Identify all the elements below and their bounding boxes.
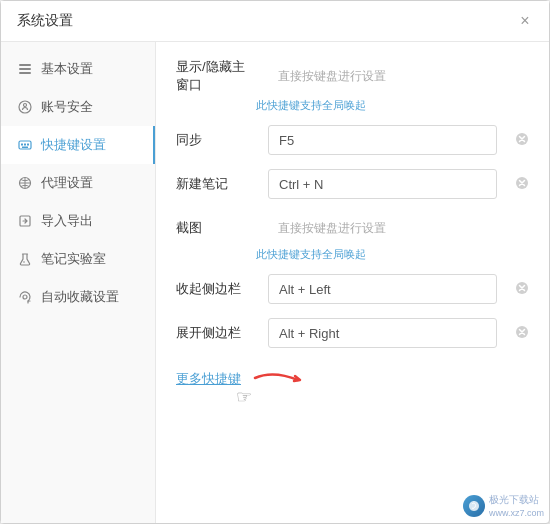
value-text-collapse-sidebar: Alt + Left xyxy=(279,282,331,297)
sidebar-icon-auto-collect xyxy=(17,289,33,305)
label-screenshot: 截图 xyxy=(176,219,256,237)
value-text-expand-sidebar: Alt + Right xyxy=(279,326,339,341)
sidebar-item-proxy[interactable]: 代理设置 xyxy=(1,164,155,202)
placeholder-text-screenshot: 直接按键盘进行设置 xyxy=(278,220,386,237)
hint-show-hide-window: 此快捷键支持全局唤起 xyxy=(256,98,529,113)
label-collapse-sidebar: 收起侧边栏 xyxy=(176,280,256,298)
more-shortcuts-link[interactable]: 更多快捷键 xyxy=(176,370,241,388)
value-text-new-note: Ctrl + N xyxy=(279,177,323,192)
label-show-hide-window: 显示/隐藏主窗口 xyxy=(176,58,256,94)
svg-point-4 xyxy=(24,104,27,107)
clear-button-expand-sidebar[interactable] xyxy=(515,325,529,342)
sidebar-item-basic[interactable]: 基本设置 xyxy=(1,50,155,88)
setting-row-collapse-sidebar: 收起侧边栏Alt + Left xyxy=(176,274,529,304)
label-sync: 同步 xyxy=(176,131,256,149)
label-new-note: 新建笔记 xyxy=(176,175,256,193)
svg-rect-1 xyxy=(19,68,31,70)
value-box-new-note[interactable]: Ctrl + N xyxy=(268,169,497,199)
svg-point-13 xyxy=(23,295,27,299)
value-box-show-hide-window[interactable]: 直接按键盘进行设置 xyxy=(268,61,529,91)
sidebar-label-import-export: 导入导出 xyxy=(41,212,93,230)
svg-rect-8 xyxy=(27,144,29,146)
content-area: 基本设置账号安全快捷键设置代理设置导入导出笔记实验室自动收藏设置 显示/隐藏主窗… xyxy=(1,42,549,523)
svg-point-12 xyxy=(23,261,25,263)
sidebar-label-auto-collect: 自动收藏设置 xyxy=(41,288,119,306)
sidebar-item-auto-collect[interactable]: 自动收藏设置 xyxy=(1,278,155,316)
value-box-screenshot[interactable]: 直接按键盘进行设置 xyxy=(268,213,529,243)
sidebar-icon-proxy xyxy=(17,175,33,191)
main-panel: 显示/隐藏主窗口直接按键盘进行设置此快捷键支持全局唤起同步F5新建笔记Ctrl … xyxy=(156,42,549,523)
clear-button-sync[interactable] xyxy=(515,132,529,149)
svg-rect-7 xyxy=(24,144,26,146)
arrow-icon xyxy=(249,366,313,390)
settings-window: 系统设置 × 基本设置账号安全快捷键设置代理设置导入导出笔记实验室自动收藏设置 … xyxy=(0,0,550,524)
value-text-sync: F5 xyxy=(279,133,294,148)
sidebar-item-account[interactable]: 账号安全 xyxy=(1,88,155,126)
sidebar-icon-shortcuts xyxy=(17,137,33,153)
clear-button-collapse-sidebar[interactable] xyxy=(515,281,529,298)
clear-button-new-note[interactable] xyxy=(515,176,529,193)
svg-rect-0 xyxy=(19,64,31,66)
setting-row-new-note: 新建笔记Ctrl + N xyxy=(176,169,529,199)
value-box-collapse-sidebar[interactable]: Alt + Left xyxy=(268,274,497,304)
setting-row-screenshot: 截图直接按键盘进行设置 xyxy=(176,213,529,243)
svg-rect-6 xyxy=(21,144,23,146)
svg-rect-2 xyxy=(19,72,31,74)
window-title: 系统设置 xyxy=(17,12,73,30)
sidebar-item-lab[interactable]: 笔记实验室 xyxy=(1,240,155,278)
sidebar-icon-basic xyxy=(17,61,33,77)
setting-row-expand-sidebar: 展开侧边栏Alt + Right xyxy=(176,318,529,348)
sidebar-icon-import-export xyxy=(17,213,33,229)
sidebar-item-shortcuts[interactable]: 快捷键设置 xyxy=(1,126,155,164)
label-expand-sidebar: 展开侧边栏 xyxy=(176,324,256,342)
sidebar-label-proxy: 代理设置 xyxy=(41,174,93,192)
sidebar-label-lab: 笔记实验室 xyxy=(41,250,106,268)
hint-screenshot: 此快捷键支持全局唤起 xyxy=(256,247,529,262)
close-button[interactable]: × xyxy=(515,11,535,31)
value-box-sync[interactable]: F5 xyxy=(268,125,497,155)
value-box-expand-sidebar[interactable]: Alt + Right xyxy=(268,318,497,348)
setting-row-show-hide-window: 显示/隐藏主窗口直接按键盘进行设置 xyxy=(176,58,529,94)
setting-row-sync: 同步F5 xyxy=(176,125,529,155)
sidebar-label-shortcuts: 快捷键设置 xyxy=(41,136,106,154)
sidebar-label-basic: 基本设置 xyxy=(41,60,93,78)
sidebar-label-account: 账号安全 xyxy=(41,98,93,116)
placeholder-text-show-hide-window: 直接按键盘进行设置 xyxy=(278,68,386,85)
sidebar-icon-account xyxy=(17,99,33,115)
sidebar-icon-lab xyxy=(17,251,33,267)
sidebar-item-import-export[interactable]: 导入导出 xyxy=(1,202,155,240)
svg-rect-9 xyxy=(22,147,28,149)
title-bar: 系统设置 × xyxy=(1,1,549,42)
sidebar: 基本设置账号安全快捷键设置代理设置导入导出笔记实验室自动收藏设置 xyxy=(1,42,156,523)
